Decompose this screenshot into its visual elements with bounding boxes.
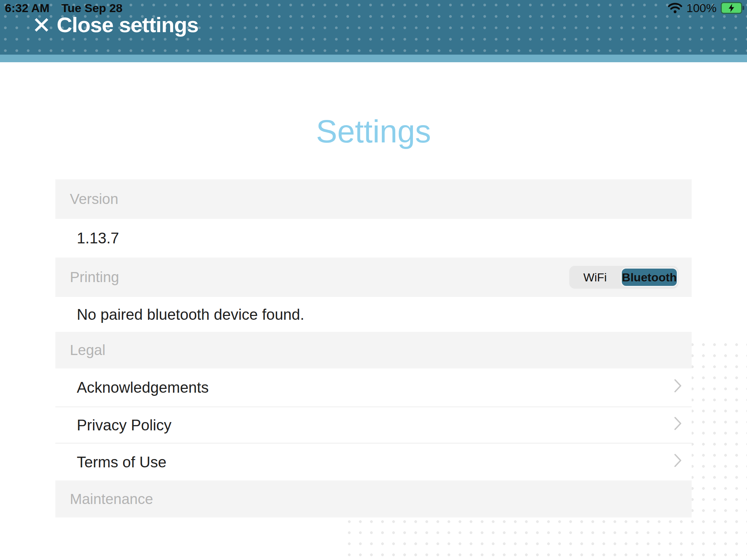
printing-mode-toggle: WiFi Bluetooth [569, 266, 679, 289]
chevron-right-icon [674, 416, 682, 434]
battery-nub [743, 6, 744, 10]
version-value: 1.13.7 [77, 230, 119, 247]
bluetooth-status-text: No paired bluetooth device found. [77, 306, 304, 323]
status-right: 100% [668, 1, 742, 15]
x-icon [33, 17, 50, 33]
header-accent-strip [0, 55, 747, 62]
toggle-option-bluetooth[interactable]: Bluetooth [621, 268, 678, 287]
settings-panel: Version 1.13.7 Printing WiFi Bluetooth N… [55, 179, 692, 517]
battery-charging-icon [721, 2, 742, 14]
bluetooth-status-row: No paired bluetooth device found. [55, 297, 692, 332]
list-item-acknowledgements[interactable]: Acknowledgements [55, 368, 692, 407]
list-item-label: Privacy Policy [77, 417, 172, 434]
list-item-label: Acknowledgements [77, 379, 209, 396]
section-label: Legal [70, 342, 105, 358]
page-title: Settings [0, 113, 747, 150]
wifi-icon [668, 2, 682, 13]
section-header-version: Version [55, 179, 692, 219]
close-settings-label: Close settings [57, 12, 199, 37]
list-item-label: Terms of Use [77, 454, 166, 471]
section-header-maintenance: Maintenance [55, 480, 692, 517]
section-label: Version [70, 191, 118, 207]
toggle-option-wifi[interactable]: WiFi [569, 271, 621, 284]
section-label: Printing [70, 269, 119, 286]
section-header-printing: Printing WiFi Bluetooth [55, 258, 692, 297]
section-label: Maintenance [70, 491, 153, 507]
version-value-row: 1.13.7 [55, 219, 692, 258]
battery-percent: 100% [686, 1, 717, 15]
app-header: 6:32 AM Tue Sep 28 100% [0, 0, 747, 55]
list-item-terms-of-use[interactable]: Terms of Use [55, 444, 692, 480]
close-settings-button[interactable]: Close settings [33, 12, 199, 37]
chevron-right-icon [674, 453, 682, 471]
chevron-right-icon [674, 379, 682, 396]
section-header-legal: Legal [55, 332, 692, 368]
list-item-privacy-policy[interactable]: Privacy Policy [55, 407, 692, 444]
